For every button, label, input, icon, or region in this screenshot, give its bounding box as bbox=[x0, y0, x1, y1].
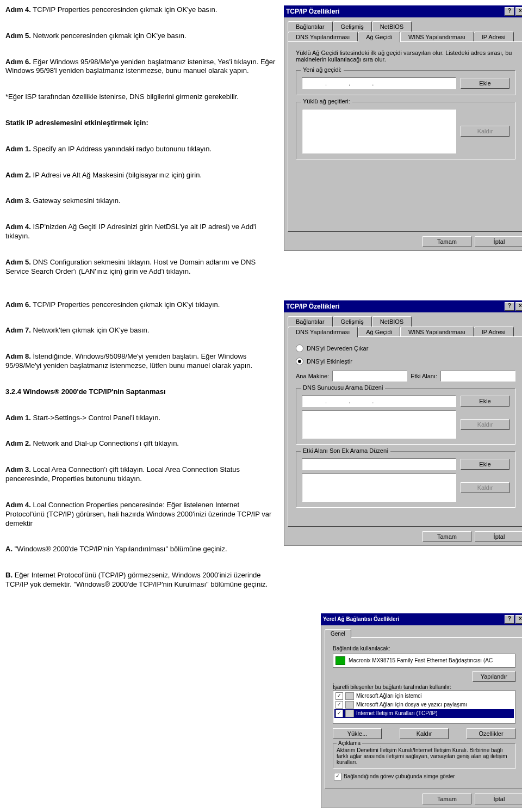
step-label: Adım 4. bbox=[5, 5, 31, 14]
tab-netbios[interactable]: NetBIOS bbox=[372, 21, 412, 32]
list-item[interactable]: ✓ Microsoft Ağları için dosya ve yazıcı … bbox=[334, 700, 514, 709]
step-label: Adım 5. bbox=[5, 32, 31, 40]
group-label: Etki Alanı Son Ek Arama Düzeni bbox=[301, 447, 390, 454]
cancel-button[interactable]: İptal bbox=[475, 793, 522, 804]
checkbox-icon[interactable]: ✓ bbox=[334, 773, 341, 780]
tab-gateway[interactable]: Ağ Geçidi bbox=[358, 32, 400, 42]
heading: 3.2.4 Windows® 2000'de TCP/IP'nin Saptan… bbox=[5, 387, 277, 397]
close-button[interactable]: × bbox=[515, 302, 522, 311]
group-label: Yüklü ağ geçitleri: bbox=[301, 98, 352, 104]
step-label: Adım 7. bbox=[5, 326, 31, 334]
cancel-button[interactable]: İptal bbox=[475, 236, 522, 247]
step-label: Adım 3. bbox=[5, 465, 31, 473]
close-button[interactable]: × bbox=[515, 615, 522, 624]
help-button[interactable]: ? bbox=[505, 302, 514, 311]
properties-button[interactable]: Özellikler bbox=[467, 728, 515, 739]
configure-button[interactable]: Yapılandır bbox=[473, 671, 515, 682]
dns-ip-input[interactable]: . . . bbox=[302, 395, 456, 407]
new-gateway-group: Yeni ağ geçidi: . . . Ekle bbox=[296, 70, 515, 95]
installed-gateways-group: Yüklü ağ geçitleri: Kaldır bbox=[296, 102, 515, 159]
list-item[interactable]: ✓ Microsoft Ağları için istemci bbox=[334, 692, 514, 700]
help-button[interactable]: ? bbox=[505, 7, 514, 16]
checkbox-icon[interactable]: ✓ bbox=[335, 710, 343, 717]
components-label: İşaretli bileşenler bu bağlantı tarafınd… bbox=[333, 684, 515, 690]
add-button[interactable]: Ekle bbox=[461, 78, 509, 89]
dialog-titlebar: TCP/IP Özellikleri ? × bbox=[284, 5, 522, 17]
checkbox-icon[interactable]: ✓ bbox=[335, 701, 343, 709]
tab-description: Yüklü Ağ Geçidi listesindeki ilk ağ geçi… bbox=[296, 50, 515, 63]
install-button[interactable]: Yükle... bbox=[333, 728, 382, 739]
step-label: Adım 5. bbox=[5, 258, 31, 266]
dns-disable-radio[interactable]: DNS'yi Devreden Çıkar bbox=[296, 345, 515, 352]
show-tray-checkbox[interactable]: ✓ Bağlandığında görev çubuğunda simge gö… bbox=[333, 772, 515, 781]
step-label: Adım 6. bbox=[5, 58, 31, 66]
gateways-list[interactable] bbox=[302, 109, 456, 153]
suffix-list[interactable] bbox=[302, 473, 456, 502]
step-label: Adım 3. bbox=[5, 196, 31, 205]
nic-icon bbox=[335, 656, 345, 665]
component-icon bbox=[345, 710, 354, 717]
close-button[interactable]: × bbox=[515, 7, 522, 16]
nic-display: Macronix MX98715 Family Fast Ethernet Ba… bbox=[333, 654, 515, 668]
note: *Eğer ISP tarafından özellikle istenirse… bbox=[5, 93, 277, 102]
tab-genel[interactable]: Genel bbox=[325, 629, 351, 638]
connect-using-label: Bağlantıda kullanılacak: bbox=[333, 645, 515, 651]
tab-wins[interactable]: WINS Yapılandırması bbox=[400, 32, 474, 42]
list-item-selected[interactable]: ✓ Internet İletişim Kuralları (TCP/IP) bbox=[334, 709, 514, 718]
components-list[interactable]: ✓ Microsoft Ağları için istemci ✓ Micros… bbox=[333, 690, 515, 724]
dialog-titlebar: Yerel Ağ Bağlantısı Özellikleri ? × bbox=[321, 613, 522, 625]
dns-server-order-group: DNS Sunucusu Arama Düzeni . . . Ekle Kal… bbox=[296, 388, 515, 445]
ok-button[interactable]: Tamam bbox=[422, 793, 471, 804]
step-label: Adım 2. bbox=[5, 171, 31, 179]
domain-input[interactable] bbox=[440, 371, 515, 382]
host-input[interactable] bbox=[332, 371, 407, 382]
tab-netbios[interactable]: NetBIOS bbox=[372, 316, 412, 327]
lan-properties-dialog: Yerel Ağ Bağlantısı Özellikleri ? × Gene… bbox=[321, 613, 522, 808]
tab-dns[interactable]: DNS Yapılandırması bbox=[288, 32, 358, 42]
add-button[interactable]: Ekle bbox=[461, 459, 509, 470]
step-label: Adım 4. bbox=[5, 501, 31, 509]
domain-suffix-order-group: Etki Alanı Son Ek Arama Düzeni Ekle Kald… bbox=[296, 451, 515, 508]
checkbox-icon[interactable]: ✓ bbox=[335, 692, 343, 700]
step-label: Adım 8. bbox=[5, 352, 31, 360]
dialog-title: TCP/IP Özellikleri bbox=[286, 8, 339, 15]
remove-button[interactable]: Kaldır bbox=[461, 126, 509, 137]
group-label: Açıklama bbox=[337, 740, 362, 746]
step-label: Adım 1. bbox=[5, 145, 31, 153]
tcpip-dns-dialog: TCP/IP Özellikleri ? × Bağlantılar Geliş… bbox=[284, 300, 522, 597]
tab-ipadresi[interactable]: IP Adresi bbox=[474, 327, 514, 337]
remove-button[interactable]: Kaldır bbox=[461, 482, 509, 493]
ok-button[interactable]: Tamam bbox=[422, 531, 471, 542]
uninstall-button[interactable]: Kaldır bbox=[400, 728, 449, 739]
tab-gateway[interactable]: Ağ Geçidi bbox=[358, 327, 400, 337]
tab-wins[interactable]: WINS Yapılandırması bbox=[400, 327, 474, 337]
remove-button[interactable]: Kaldır bbox=[461, 419, 509, 430]
dialog-titlebar: TCP/IP Özellikleri ? × bbox=[284, 300, 522, 312]
tab-dns[interactable]: DNS Yapılandırması bbox=[288, 327, 358, 337]
tab-gelismis[interactable]: Gelişmiş bbox=[333, 21, 372, 32]
instructions-section-2: Adım 6. TCP/IP Properties penceresinden … bbox=[5, 300, 277, 597]
dns-list[interactable] bbox=[302, 410, 456, 439]
suffix-input[interactable] bbox=[302, 458, 456, 470]
dns-enable-radio[interactable]: DNS'yi Etkinleştir bbox=[296, 358, 515, 365]
step-label: Adım 4. bbox=[5, 223, 31, 231]
ip-input[interactable]: . . . bbox=[302, 77, 456, 89]
cancel-button[interactable]: İptal bbox=[475, 531, 522, 542]
dialog-title: Yerel Ağ Bağlantısı Özellikleri bbox=[323, 616, 399, 622]
ok-button[interactable]: Tamam bbox=[422, 236, 471, 247]
tab-baglantilar[interactable]: Bağlantılar bbox=[288, 21, 333, 32]
component-icon bbox=[345, 692, 354, 700]
instructions-section-1: Adım 4. TCP/IP Properties penceresinden … bbox=[5, 5, 277, 284]
group-label: DNS Sunucusu Arama Düzeni bbox=[301, 384, 385, 391]
component-icon bbox=[345, 701, 354, 709]
add-button[interactable]: Ekle bbox=[461, 396, 509, 407]
group-label: Yeni ağ geçidi: bbox=[301, 66, 344, 73]
domain-label: Etki Alanı: bbox=[411, 373, 437, 379]
tab-baglantilar[interactable]: Bağlantılar bbox=[288, 316, 333, 327]
tab-ipadresi[interactable]: IP Adresi bbox=[474, 32, 514, 42]
step-label: Adım 2. bbox=[5, 439, 31, 447]
tcpip-gateway-dialog: TCP/IP Özellikleri ? × Bağlantılar Geliş… bbox=[284, 5, 522, 284]
tab-gelismis[interactable]: Gelişmiş bbox=[333, 316, 372, 327]
help-button[interactable]: ? bbox=[505, 615, 514, 624]
step-label: Adım 1. bbox=[5, 414, 31, 422]
